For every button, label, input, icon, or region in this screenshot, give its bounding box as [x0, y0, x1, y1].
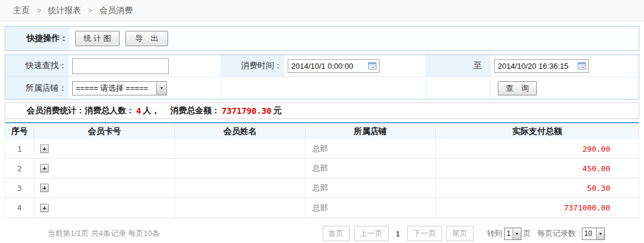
paid-amount: 50.30: [587, 184, 610, 193]
row-index: 1: [5, 139, 34, 158]
store-select[interactable]: ===== 请选择 ===== ▼: [72, 81, 167, 95]
quick-operations-panel: 快捷操作： 统 计 图 导 出: [5, 26, 639, 51]
goto-unit: 页: [523, 228, 531, 239]
breadcrumb-current: 会员消费: [99, 5, 133, 16]
paid-total-cell: 7371000.00: [436, 198, 639, 218]
expand-row-icon[interactable]: +: [40, 164, 49, 172]
card-number-cell: +: [34, 159, 175, 178]
calendar-icon[interactable]: [368, 62, 377, 70]
stats-amount-label: 消费总金额：: [170, 105, 220, 116]
paid-amount: 7371000.00: [564, 203, 610, 212]
first-page-button[interactable]: 首页: [323, 226, 350, 241]
time-to-label: 至: [426, 55, 490, 77]
time-from-input[interactable]: 2014/10/1 0:00:00: [288, 59, 379, 73]
card-number-cell: +: [34, 139, 175, 158]
pagination-bar: 当前第1/1页 共4条记录 每页10条 首页 上一页 1 下一页 尾页 转到 1…: [0, 218, 644, 241]
stats-label: 会员消费统计：消费总人数：: [27, 105, 134, 116]
pager-controls: 首页 上一页 1 下一页 尾页 转到 1 ▼ 页 每页记录数 : 10 ▼: [323, 226, 605, 241]
quick-operations-label: 快捷操作：: [5, 27, 69, 50]
expand-row-icon[interactable]: +: [40, 184, 49, 192]
search-form: 快速查找： 消费时间： 2014/10/1 0:00:00 至 2014/10/…: [5, 55, 639, 100]
store-select-cell: ===== 请选择 ===== ▼: [69, 77, 221, 99]
row-index: 2: [5, 159, 34, 178]
query-cell: 查 询: [490, 77, 639, 99]
paid-total-cell: 290.00: [436, 139, 639, 158]
paid-amount: 450.00: [582, 164, 610, 173]
page-size-select[interactable]: 10 ▼: [582, 228, 605, 240]
paid-total-cell: 450.00: [436, 159, 639, 178]
header-member-name: 会员姓名: [175, 123, 305, 139]
header-paid-total: 实际支付总额: [436, 123, 639, 139]
consumption-stats-bar: 会员消费统计：消费总人数： 4 人， 消费总金额： 7371790.30 元: [5, 103, 639, 119]
breadcrumb-separator: >: [88, 7, 92, 15]
total-amount-value: 7371790.30: [221, 106, 271, 116]
goto-page-group: 转到 1 ▼ 页 每页记录数 : 10 ▼: [487, 228, 605, 240]
total-people-count: 4: [136, 106, 141, 116]
quick-operations-buttons: 统 计 图 导 出: [69, 27, 168, 50]
table-header-row: 序号 会员卡号 会员姓名 所属店铺 实际支付总额: [5, 122, 639, 139]
time-range-label: 消费时间：: [221, 55, 284, 77]
store-cell: 总部: [305, 198, 436, 218]
breadcrumb: 主页 > 统计报表 > 会员消费: [0, 0, 644, 21]
table-row[interactable]: 2 + 总部 450.00: [5, 159, 639, 178]
statistics-chart-button[interactable]: 统 计 图: [75, 31, 120, 46]
breadcrumb-home[interactable]: 主页: [13, 5, 30, 16]
chevron-down-icon: ▼: [156, 82, 166, 95]
store-label: 所属店铺：: [5, 77, 69, 99]
breadcrumb-reports[interactable]: 统计报表: [48, 5, 81, 16]
store-cell: 总部: [305, 139, 436, 158]
store-cell: 总部: [305, 178, 436, 197]
chevron-down-icon: ▼: [513, 228, 521, 239]
time-to-input[interactable]: 2014/10/20 16:36:15: [494, 59, 589, 73]
empty-cell: [284, 77, 426, 99]
page-size-value: 10: [582, 228, 596, 239]
page-size-label: 每页记录数 :: [537, 228, 580, 239]
goto-page-value: 1: [505, 228, 513, 239]
prev-page-button[interactable]: 上一页: [354, 226, 389, 241]
quick-search-input[interactable]: [72, 58, 169, 74]
record-summary: 当前第1/1页 共4条记录 每页10条: [47, 228, 160, 239]
goto-page-select[interactable]: 1 ▼: [504, 228, 521, 240]
row-index: 4: [5, 198, 34, 218]
paid-total-cell: 50.30: [436, 178, 639, 197]
stats-amount-unit: 元: [273, 105, 282, 116]
member-name-cell: [175, 178, 305, 197]
last-page-button[interactable]: 尾页: [446, 226, 474, 241]
expand-row-icon[interactable]: +: [40, 145, 49, 153]
paid-amount: 290.00: [582, 145, 610, 154]
current-page-number: 1: [396, 229, 400, 238]
next-page-button[interactable]: 下一页: [407, 226, 442, 241]
empty-cell: [221, 77, 284, 99]
store-cell: 总部: [305, 159, 436, 178]
store-select-value: ===== 请选择 =====: [73, 82, 156, 95]
member-name-cell: [175, 139, 305, 158]
header-index: 序号: [5, 123, 34, 139]
consumption-table: 序号 会员卡号 会员姓名 所属店铺 实际支付总额 1 + 总部 290.00 2…: [5, 122, 639, 218]
quick-search-cell: [69, 55, 221, 77]
card-number-cell: +: [34, 178, 175, 197]
breadcrumb-separator: >: [37, 7, 41, 15]
expand-row-icon[interactable]: +: [40, 204, 49, 212]
table-row[interactable]: 4 + 总部 7371000.00: [5, 198, 639, 218]
quick-search-label: 快速查找：: [5, 55, 69, 77]
export-button[interactable]: 导 出: [125, 31, 168, 46]
time-from-value: 2014/10/1 0:00:00: [291, 62, 353, 71]
member-name-cell: [175, 159, 305, 178]
member-name-cell: [175, 198, 305, 218]
table-row[interactable]: 3 + 总部 50.30: [5, 178, 639, 198]
calendar-icon[interactable]: [578, 62, 587, 70]
goto-label: 转到: [487, 228, 503, 239]
header-store: 所属店铺: [305, 123, 436, 139]
row-index: 3: [5, 178, 34, 197]
header-card-number: 会员卡号: [34, 123, 175, 139]
empty-cell: [426, 77, 490, 99]
chevron-down-icon: ▼: [596, 228, 604, 239]
time-to-cell: 2014/10/20 16:36:15: [490, 55, 639, 77]
query-button[interactable]: 查 询: [498, 81, 537, 95]
table-row[interactable]: 1 + 总部 290.00: [5, 139, 639, 159]
time-from-cell: 2014/10/1 0:00:00: [284, 55, 426, 77]
card-number-cell: +: [34, 198, 175, 218]
stats-count-unit: 人，: [143, 105, 159, 116]
time-to-value: 2014/10/20 16:36:15: [498, 62, 568, 71]
